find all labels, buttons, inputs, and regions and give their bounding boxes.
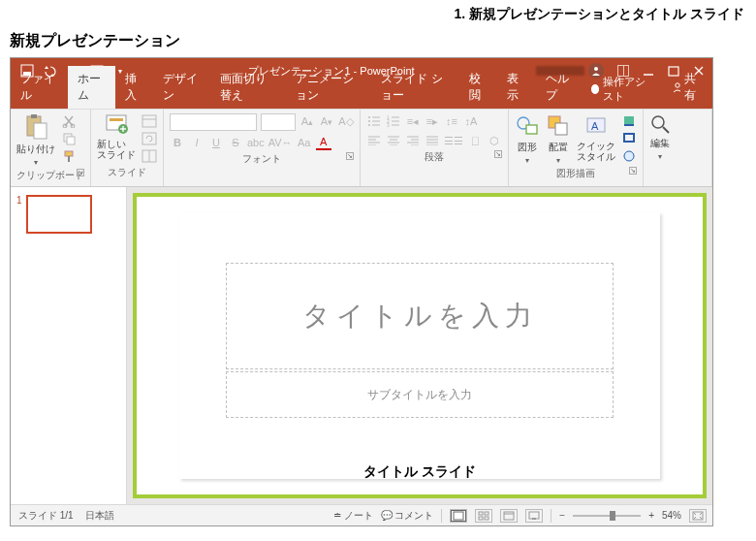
- zoom-level[interactable]: 54%: [662, 510, 681, 521]
- fit-to-window-icon[interactable]: [689, 509, 707, 523]
- clear-format-icon[interactable]: A◇: [338, 113, 354, 129]
- increase-indent-icon[interactable]: ≡▸: [425, 113, 440, 129]
- svg-rect-25: [142, 133, 156, 144]
- shape-fill-icon[interactable]: [621, 113, 637, 129]
- comments-button[interactable]: 💬 コメント: [381, 509, 434, 523]
- decrease-indent-icon[interactable]: ≡◂: [405, 113, 421, 129]
- align-left-icon[interactable]: [366, 133, 382, 148]
- dialog-launcher-icon[interactable]: ↘: [77, 169, 84, 176]
- strike-button[interactable]: S: [228, 135, 243, 150]
- tab-home[interactable]: ホーム: [68, 66, 115, 109]
- reading-view-icon[interactable]: [500, 509, 518, 523]
- ribbon-display-icon[interactable]: [617, 65, 629, 77]
- copy-icon[interactable]: [61, 131, 77, 146]
- notes-button[interactable]: ≐ ノート: [333, 509, 373, 523]
- tab-transition[interactable]: 画面切り替え: [210, 66, 286, 109]
- svg-rect-59: [555, 123, 567, 135]
- svg-rect-63: [624, 124, 634, 126]
- svg-rect-70: [485, 512, 488, 515]
- italic-button[interactable]: I: [189, 135, 205, 150]
- bullets-icon[interactable]: [366, 113, 382, 129]
- zoom-slider[interactable]: [573, 515, 641, 517]
- char-spacing-button[interactable]: AV↔: [268, 135, 293, 150]
- tab-insert[interactable]: 挿入: [115, 66, 153, 109]
- cut-icon[interactable]: [61, 113, 77, 129]
- normal-view-icon[interactable]: [450, 509, 467, 523]
- svg-rect-15: [67, 137, 75, 144]
- slides-group-label: スライド: [97, 164, 157, 181]
- svg-rect-19: [110, 118, 123, 121]
- paste-button[interactable]: 貼り付け ▾: [16, 113, 55, 167]
- svg-rect-57: [526, 125, 537, 134]
- svg-point-66: [652, 116, 664, 128]
- align-right-icon[interactable]: [405, 133, 421, 148]
- justify-icon[interactable]: [425, 133, 440, 148]
- decrease-font-icon[interactable]: A▾: [319, 113, 334, 129]
- svg-text:3: 3: [387, 122, 390, 127]
- dialog-launcher-icon[interactable]: ↘: [346, 152, 354, 160]
- share-button[interactable]: 共有: [662, 71, 712, 109]
- font-family-combo[interactable]: [170, 113, 257, 131]
- bold-button[interactable]: B: [170, 135, 185, 150]
- sorter-view-icon[interactable]: [475, 509, 492, 523]
- shadow-button[interactable]: abc: [247, 135, 265, 150]
- svg-rect-17: [68, 156, 70, 162]
- slide[interactable]: タイトルを入力 サブタイトルを入力: [179, 212, 660, 479]
- group-editing: 編集▾: [644, 110, 712, 186]
- svg-point-28: [368, 116, 370, 118]
- font-color-button[interactable]: A: [316, 135, 331, 150]
- group-drawing: 図形▾ 配置▾ A クイック スタイル: [509, 110, 644, 186]
- tab-design[interactable]: デザイン: [153, 66, 210, 109]
- powerpoint-window: ▾ プレゼンテーション1 - PowerPoint ファイル ホーム 挿入 デザ…: [10, 57, 713, 526]
- shapes-button[interactable]: 図形▾: [515, 113, 540, 165]
- text-direction-icon[interactable]: ↕A: [463, 113, 479, 129]
- svg-rect-10: [31, 114, 37, 118]
- slide-layout-icon[interactable]: [142, 113, 157, 129]
- drawing-group-label: 図形描画↘: [515, 165, 637, 182]
- slide-panel[interactable]: 1: [11, 187, 127, 504]
- editing-button[interactable]: 編集▾: [649, 113, 671, 161]
- page-heading: 新規プレゼンテーション: [10, 31, 746, 51]
- align-text-icon[interactable]: ⎕: [467, 133, 483, 148]
- section-number: 1. 新規プレゼンテーションとタイトル スライド: [10, 6, 746, 23]
- slide-section-icon[interactable]: [142, 148, 157, 164]
- tell-me-label: 操作アシスト: [603, 75, 653, 104]
- shape-effects-icon[interactable]: [621, 148, 637, 164]
- zoom-out-button[interactable]: −: [559, 510, 565, 521]
- share-icon: [672, 81, 680, 93]
- numbering-icon[interactable]: 123: [386, 113, 401, 129]
- subtitle-placeholder[interactable]: サブタイトルを入力: [226, 371, 614, 418]
- title-placeholder[interactable]: タイトルを入力: [226, 263, 614, 369]
- smartart-icon[interactable]: ⬡: [487, 133, 502, 148]
- slideshow-view-icon[interactable]: [525, 509, 543, 523]
- line-spacing-icon[interactable]: ↕≡: [444, 113, 459, 129]
- underline-button[interactable]: U: [208, 135, 224, 150]
- slide-reset-icon[interactable]: [142, 131, 157, 146]
- language-indicator[interactable]: 日本語: [85, 509, 114, 523]
- status-bar: スライド 1/1 日本語 ≐ ノート 💬 コメント − + 54%: [11, 504, 712, 525]
- dialog-launcher-icon[interactable]: ↘: [629, 167, 637, 175]
- new-slide-button[interactable]: 新しい スライド: [97, 113, 136, 160]
- columns-icon[interactable]: ☰☰: [444, 133, 463, 148]
- zoom-in-button[interactable]: +: [648, 510, 654, 521]
- arrange-button[interactable]: 配置▾: [546, 113, 571, 165]
- shape-outline-icon[interactable]: [621, 131, 637, 146]
- tab-view[interactable]: 表示: [497, 66, 535, 109]
- paragraph-group-label: 段落↘: [366, 148, 502, 166]
- tab-review[interactable]: 校閲: [459, 66, 497, 109]
- tab-file[interactable]: ファイル: [11, 66, 68, 109]
- tell-me-box[interactable]: 操作アシスト: [583, 75, 662, 109]
- quickstyle-button[interactable]: A クイック スタイル: [577, 113, 615, 162]
- title-placeholder-text: タイトルを入力: [302, 298, 538, 334]
- change-case-button[interactable]: Aa: [297, 135, 312, 150]
- increase-font-icon[interactable]: A▴: [299, 113, 315, 129]
- slide-position: スライド 1/1: [18, 509, 74, 523]
- tab-animation[interactable]: アニメーション: [286, 66, 371, 109]
- font-size-combo[interactable]: [261, 113, 296, 131]
- slide-thumbnail-1[interactable]: 1: [16, 195, 120, 234]
- format-painter-icon[interactable]: [61, 148, 77, 164]
- tab-slideshow[interactable]: スライド ショー: [371, 66, 459, 109]
- align-center-icon[interactable]: [386, 133, 401, 148]
- find-icon: [649, 113, 671, 135]
- dialog-launcher-icon[interactable]: ↘: [494, 150, 502, 158]
